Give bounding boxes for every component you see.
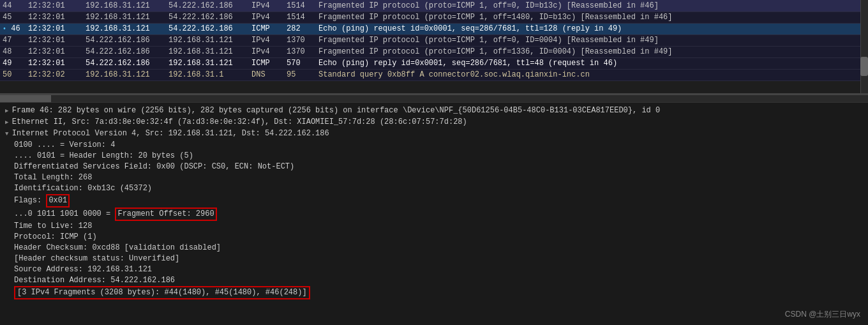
packet-proto: IPv4 [249, 11, 284, 23]
packet-time: 12:32:01 [26, 0, 83, 11]
packet-time: 12:32:02 [26, 69, 83, 80]
packet-src: 54.222.162.186 [83, 57, 166, 69]
packet-src: 192.168.31.121 [83, 0, 166, 11]
packet-dst: 54.222.162.186 [166, 0, 249, 11]
flags-value: 0x01 [46, 194, 70, 208]
frame-text: Frame 46: 282 bytes on wire (2256 bits),… [12, 106, 660, 115]
packet-proto: IPv4 [249, 0, 284, 11]
protocol-text: Protocol: ICMP (1) [14, 232, 97, 241]
checksum-status-line: [Header checksum status: Unverified] [4, 253, 864, 264]
packet-dst: 192.168.31.1 [166, 69, 249, 80]
packet-table: 4412:32:01192.168.31.12154.222.162.186IP… [0, 0, 868, 81]
packet-dst: 54.222.162.186 [166, 11, 249, 23]
packet-len: 282 [284, 23, 316, 34]
dst-addr-line: Destination Address: 54.222.162.186 [4, 275, 864, 286]
packet-len: 1370 [284, 46, 316, 57]
ethernet-line[interactable]: Ethernet II, Src: 7a:d3:8e:0e:32:4f (7a:… [4, 117, 864, 128]
packet-proto: IPv4 [249, 46, 284, 57]
packet-no: 48 [0, 46, 26, 57]
packet-len: 1514 [284, 0, 316, 11]
table-row[interactable]: 4512:32:01192.168.31.12154.222.162.186IP… [0, 11, 868, 23]
packet-proto: ICMP [249, 57, 284, 69]
header-len-line: .... 0101 = Header Length: 20 bytes (5) [4, 151, 864, 162]
table-row[interactable]: 4912:32:0154.222.162.186192.168.31.121IC… [0, 57, 868, 69]
dscp-text: Differentiated Services Field: 0x00 (DSC… [14, 162, 294, 171]
packet-info: Fragmented IP protocol (proto=ICMP 1, of… [316, 46, 868, 57]
version-line: 0100 .... = Version: 4 [4, 140, 864, 151]
ip-header-text: Internet Protocol Version 4, Src: 192.16… [12, 129, 329, 138]
total-len-line: Total Length: 268 [4, 172, 864, 183]
flags-line: Flags: 0x01 [4, 194, 864, 208]
ethernet-text: Ethernet II, Src: 7a:d3:8e:0e:32:4f (7a:… [12, 117, 467, 126]
fragment-offset-line: ...0 1011 1001 0000 = Fragment Offset: 2… [4, 208, 864, 221]
watermark: CSDN @土别三日wyx [785, 309, 860, 320]
fragments-text: [3 IPv4 Fragments (3208 bytes): #44(1480… [14, 286, 310, 299]
checksum-status-text: [Header checksum status: Unverified] [14, 254, 179, 263]
packet-list[interactable]: 4412:32:01192.168.31.12154.222.162.186IP… [0, 0, 868, 94]
ttl-line: Time to Live: 128 [4, 221, 864, 232]
total-len-text: Total Length: 268 [14, 173, 92, 182]
packet-time: 12:32:01 [26, 57, 83, 69]
packet-len: 1514 [284, 11, 316, 23]
fragment-offset-value: Fragment Offset: 2960 [115, 208, 216, 221]
packet-len: 95 [284, 69, 316, 80]
packet-no: 44 [0, 0, 26, 11]
ip-header-line[interactable]: Internet Protocol Version 4, Src: 192.16… [4, 128, 864, 140]
packet-dst: 192.168.31.121 [166, 34, 249, 46]
packet-src: 192.168.31.121 [83, 69, 166, 80]
packet-no: 45 [0, 11, 26, 23]
checksum-line: Header Checksum: 0xcd88 [validation disa… [4, 243, 864, 253]
packet-len: 570 [284, 57, 316, 69]
dscp-line[interactable]: Differentiated Services Field: 0x00 (DSC… [4, 162, 864, 172]
protocol-line: Protocol: ICMP (1) [4, 232, 864, 243]
table-row[interactable]: 4712:32:0154.222.162.186192.168.31.121IP… [0, 34, 868, 46]
fragment-offset-prefix: ...0 1011 1001 0000 = [14, 209, 115, 218]
packet-no: • 46 [0, 23, 26, 34]
table-row[interactable]: 4412:32:01192.168.31.12154.222.162.186IP… [0, 0, 868, 11]
packet-time: 12:32:01 [26, 34, 83, 46]
packet-no: 49 [0, 57, 26, 69]
src-addr-text: Source Address: 192.168.31.121 [14, 265, 152, 274]
packet-info: Fragmented IP protocol (proto=ICMP 1, of… [316, 34, 868, 46]
header-len-text: .... 0101 = Header Length: 20 bytes (5) [14, 151, 193, 160]
packet-dst: 192.168.31.121 [166, 57, 249, 69]
packet-proto: DNS [249, 69, 284, 80]
packet-time: 12:32:01 [26, 23, 83, 34]
packet-len: 1370 [284, 34, 316, 46]
packet-info: Fragmented IP protocol (proto=ICMP 1, of… [316, 0, 868, 11]
packet-src: 192.168.31.121 [83, 23, 166, 34]
packet-info: Echo (ping) request id=0x0001, seq=286/7… [316, 23, 868, 34]
table-row[interactable]: 4812:32:0154.222.162.186192.168.31.121IP… [0, 46, 868, 57]
id-text: Identification: 0xb13c (45372) [14, 184, 152, 193]
horizontal-scrollbar[interactable] [0, 94, 868, 102]
checksum-text: Header Checksum: 0xcd88 [validation disa… [14, 243, 221, 252]
table-row[interactable]: • 4612:32:01192.168.31.12154.222.162.186… [0, 23, 868, 34]
scrollbar-thumb[interactable] [860, 57, 868, 76]
detail-panel: Frame 46: 282 bytes on wire (2256 bits),… [0, 102, 868, 325]
packet-time: 12:32:01 [26, 11, 83, 23]
packet-info: Fragmented IP protocol (proto=ICMP 1, of… [316, 11, 868, 23]
src-addr-line: Source Address: 192.168.31.121 [4, 264, 864, 275]
packet-src: 192.168.31.121 [83, 11, 166, 23]
packet-dst: 54.222.162.186 [166, 23, 249, 34]
ttl-text: Time to Live: 128 [14, 222, 92, 231]
packet-no: 47 [0, 34, 26, 46]
frame-line[interactable]: Frame 46: 282 bytes on wire (2256 bits),… [4, 105, 864, 117]
table-row[interactable]: 5012:32:02192.168.31.121192.168.31.1DNS9… [0, 69, 868, 80]
main-container: 4412:32:01192.168.31.12154.222.162.186IP… [0, 0, 868, 325]
packet-time: 12:32:01 [26, 46, 83, 57]
packet-no: 50 [0, 69, 26, 80]
packet-info: Echo (ping) reply id=0x0001, seq=286/768… [316, 57, 868, 69]
packet-dst: 192.168.31.121 [166, 46, 249, 57]
packet-src: 54.222.162.186 [83, 34, 166, 46]
fragments-line[interactable]: [3 IPv4 Fragments (3208 bytes): #44(1480… [4, 286, 864, 299]
flags-label: Flags: [14, 196, 46, 205]
packet-proto: IPv4 [249, 34, 284, 46]
id-line: Identification: 0xb13c (45372) [4, 183, 864, 194]
dst-addr-text: Destination Address: 54.222.162.186 [14, 276, 175, 285]
version-text: 0100 .... = Version: 4 [14, 140, 115, 149]
packet-info: Standard query 0xb8ff A connector02.soc.… [316, 69, 868, 80]
packet-proto: ICMP [249, 23, 284, 34]
vertical-scrollbar[interactable] [860, 0, 868, 94]
packet-src: 54.222.162.186 [83, 46, 166, 57]
